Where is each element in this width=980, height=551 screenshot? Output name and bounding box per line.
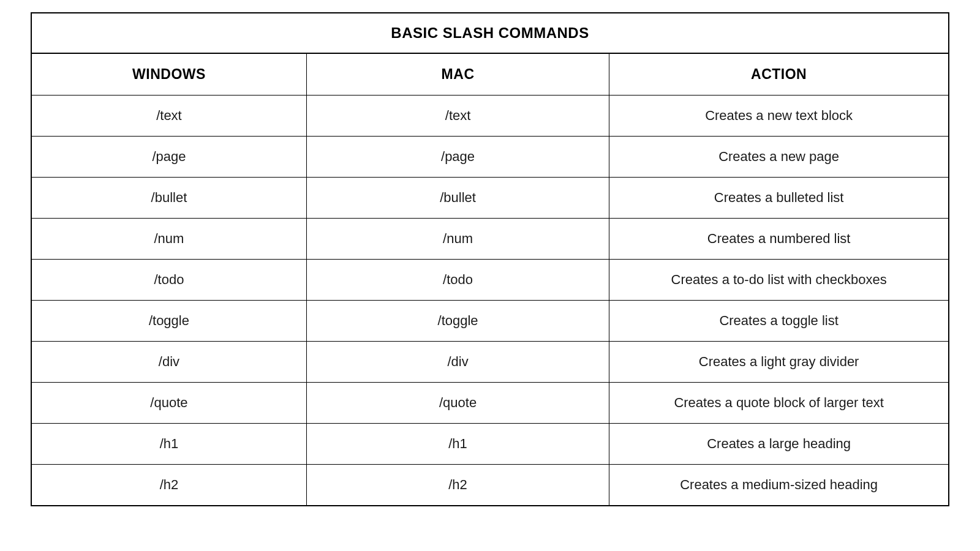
table-row: /text/textCreates a new text block (31, 96, 949, 137)
cell-windows: /page (31, 137, 306, 178)
column-header-mac: MAC (306, 53, 609, 96)
cell-mac: /quote (306, 383, 609, 424)
cell-mac: /h2 (306, 465, 609, 506)
table-header-row: WINDOWS MAC ACTION (31, 53, 949, 96)
table-row: /page/pageCreates a new page (31, 137, 949, 178)
cell-mac: /num (306, 219, 609, 260)
table-body: /text/textCreates a new text block/page/… (31, 96, 949, 506)
table-row: /num/numCreates a numbered list (31, 219, 949, 260)
cell-windows: /h2 (31, 465, 306, 506)
slash-commands-table: BASIC SLASH COMMANDS WINDOWS MAC ACTION … (31, 12, 949, 506)
cell-windows: /h1 (31, 424, 306, 465)
table-row: /todo/todoCreates a to-do list with chec… (31, 260, 949, 301)
cell-mac: /page (306, 137, 609, 178)
table-row: /div/divCreates a light gray divider (31, 342, 949, 383)
table-row: /h1/h1Creates a large heading (31, 424, 949, 465)
cell-mac: /div (306, 342, 609, 383)
table-row: /quote/quoteCreates a quote block of lar… (31, 383, 949, 424)
cell-action: Creates a quote block of larger text (609, 383, 949, 424)
cell-action: Creates a large heading (609, 424, 949, 465)
cell-windows: /toggle (31, 301, 306, 342)
cell-action: Creates a light gray divider (609, 342, 949, 383)
cell-action: Creates a to-do list with checkboxes (609, 260, 949, 301)
cell-mac: /text (306, 96, 609, 137)
cell-action: Creates a new page (609, 137, 949, 178)
cell-action: Creates a bulleted list (609, 178, 949, 219)
table-row: /toggle/toggleCreates a toggle list (31, 301, 949, 342)
slash-commands-table-container: BASIC SLASH COMMANDS WINDOWS MAC ACTION … (31, 12, 949, 506)
cell-action: Creates a medium-sized heading (609, 465, 949, 506)
cell-action: Creates a new text block (609, 96, 949, 137)
table-row: /bullet/bulletCreates a bulleted list (31, 178, 949, 219)
cell-action: Creates a toggle list (609, 301, 949, 342)
column-header-action: ACTION (609, 53, 949, 96)
table-row: /h2/h2Creates a medium-sized heading (31, 465, 949, 506)
table-title: BASIC SLASH COMMANDS (31, 12, 949, 53)
cell-windows: /text (31, 96, 306, 137)
cell-windows: /todo (31, 260, 306, 301)
cell-windows: /div (31, 342, 306, 383)
cell-mac: /bullet (306, 178, 609, 219)
cell-windows: /num (31, 219, 306, 260)
cell-windows: /quote (31, 383, 306, 424)
cell-mac: /h1 (306, 424, 609, 465)
cell-action: Creates a numbered list (609, 219, 949, 260)
column-header-windows: WINDOWS (31, 53, 306, 96)
table-header: WINDOWS MAC ACTION (31, 53, 949, 96)
cell-mac: /todo (306, 260, 609, 301)
cell-windows: /bullet (31, 178, 306, 219)
cell-mac: /toggle (306, 301, 609, 342)
